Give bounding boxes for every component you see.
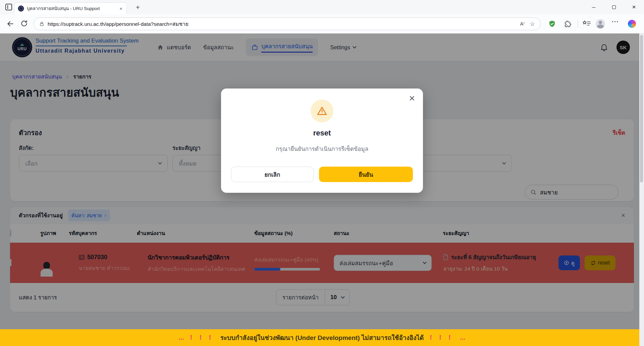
tab-close-icon[interactable]: × [119, 6, 123, 11]
page-scrollbar[interactable] [639, 34, 644, 346]
maximize-icon [612, 5, 616, 9]
cancel-button[interactable]: ยกเลิก [231, 167, 314, 182]
favorites-bar-icon[interactable] [582, 20, 591, 27]
modal-buttons: ยกเลิก ยืนยัน [231, 167, 413, 182]
copilot-icon[interactable] [628, 20, 636, 28]
modal-title: reset [221, 129, 423, 137]
window-controls: ─ × [584, 0, 644, 14]
development-banner: ... ！！！ ระบบกำลังอยู่ในช่วงพัฒนา (Under … [0, 329, 644, 346]
close-window-button[interactable]: × [624, 0, 644, 14]
banner-bangs: ！！！ [188, 333, 216, 342]
more-menu-icon[interactable]: ··· [612, 18, 619, 25]
adblock-shield-icon[interactable] [548, 19, 556, 28]
read-aloud-icon[interactable]: A⁾ [520, 21, 525, 26]
scrollbar-thumb[interactable] [640, 35, 643, 182]
toolbar-divider [578, 20, 578, 27]
banner-bangs: ！！！ [428, 333, 456, 342]
screen: บุคลากรสายสนับสนุน - URU Support × + ─ ×… [0, 0, 644, 346]
confirm-button[interactable]: ยืนยัน [319, 167, 413, 182]
maximize-button[interactable] [604, 0, 624, 14]
banner-dots: ... [460, 334, 465, 341]
refresh-button[interactable] [20, 19, 29, 28]
banner-message: ระบบกำลังอยู่ในช่วงพัฒนา (Under Developm… [220, 333, 424, 343]
minimize-button[interactable]: ─ [584, 0, 604, 14]
banner-dots: ... [179, 334, 184, 341]
profile-icon[interactable] [596, 19, 605, 28]
back-button[interactable] [6, 19, 15, 28]
tab-title: บุคลากรสายสนับสนุน - URU Support [27, 5, 116, 12]
url-text: https://suptrack.uru.ac.th/app/personnel… [48, 20, 520, 28]
modal-close-icon[interactable]: × [409, 93, 415, 104]
workspaces-icon[interactable] [5, 4, 12, 10]
warning-icon [311, 100, 333, 122]
reset-confirm-modal: × reset กรุณายืนยันการดำเนินการรีเซ็ตข้อ… [221, 89, 423, 193]
url-field[interactable]: https://suptrack.uru.ac.th/app/personnel… [34, 17, 541, 30]
new-tab-button[interactable]: + [133, 3, 143, 13]
browser-titlebar: บุคลากรสายสนับสนุน - URU Support × + ─ × [0, 0, 644, 14]
tab-favicon-icon [18, 5, 24, 12]
bookmark-star-icon[interactable]: ☆ [530, 20, 535, 27]
browser-urlbar: https://suptrack.uru.ac.th/app/personnel… [0, 14, 644, 34]
modal-message: กรุณายืนยันการดำเนินการรีเซ็ตข้อมูล [221, 144, 423, 153]
browser-tab[interactable]: บุคลากรสายสนับสนุน - URU Support × [14, 2, 127, 14]
extensions-puzzle-icon[interactable] [564, 20, 572, 27]
lock-icon [39, 21, 44, 27]
